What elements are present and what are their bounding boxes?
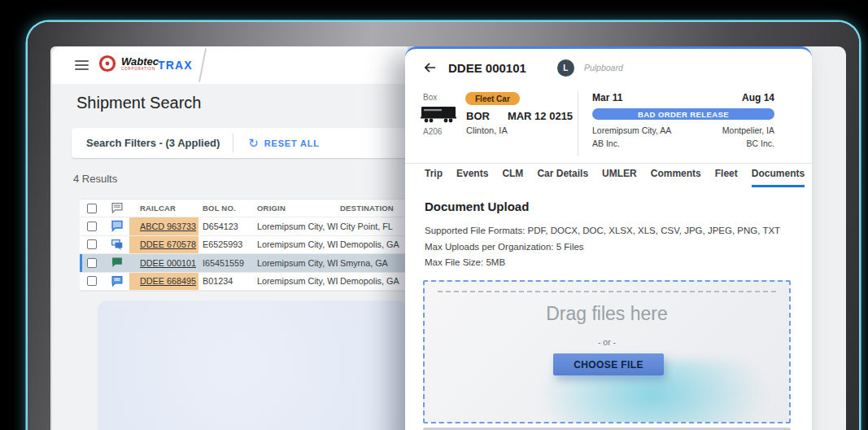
- bol-cell: D654123: [198, 222, 254, 231]
- row-checkbox[interactable]: [87, 258, 97, 268]
- tab-umler[interactable]: UMLER: [602, 168, 637, 187]
- avatar[interactable]: L: [557, 59, 574, 77]
- trip-status-bar: BAD ORDER RELEASE: [592, 108, 774, 120]
- search-filters-bar[interactable]: Search Filters - (3 Applied) ↻ RESET ALL: [72, 128, 408, 158]
- header-divider: [198, 48, 207, 82]
- dropzone-inner-dash: [438, 291, 776, 292]
- col-railcar: RAILCAR: [129, 200, 198, 217]
- car-id: A206: [423, 127, 442, 136]
- trip-end-date: Aug 14: [742, 92, 774, 103]
- chat-double-icon: [111, 239, 124, 251]
- status-code: BOR: [466, 110, 490, 122]
- upload-info-line: Supported File Formats: PDF, DOCX, DOC, …: [425, 223, 780, 239]
- bol-cell: I65451559: [198, 258, 254, 268]
- row-checkbox[interactable]: [87, 276, 97, 286]
- drag-files-label: Drag files here: [425, 303, 789, 325]
- row-checkbox[interactable]: [87, 222, 97, 231]
- brand-subtitle: CORPORATION: [121, 67, 159, 71]
- back-arrow-icon[interactable]: [423, 61, 437, 74]
- chat-lines-blue-icon: [111, 275, 124, 287]
- trip-start-date: Mar 11: [592, 92, 622, 103]
- origin-cell: Loremipsum City, WI: [254, 276, 337, 286]
- tab-documents[interactable]: Documents: [752, 168, 805, 187]
- railcar-link[interactable]: DDEE 000101: [140, 258, 196, 268]
- filter-label: Search Filters - (3 Applied): [86, 137, 220, 149]
- wabtec-logo-icon: [98, 54, 117, 73]
- table-row[interactable]: DDEE 668495B01234Loremipsum City, WIDemo…: [80, 273, 408, 292]
- wabtec-logo: Wabtec CORPORATION: [98, 54, 159, 73]
- boxcar-icon: [419, 104, 458, 124]
- app-header: Wabtec CORPORATION TRAX: [52, 46, 408, 84]
- upload-info: Supported File Formats: PDF, DOCX, DOC, …: [425, 223, 780, 271]
- page-title: Shipment Search: [76, 94, 201, 112]
- select-all-checkbox[interactable]: [87, 204, 97, 213]
- destination-cell: City Point, FL: [337, 222, 408, 231]
- upload-info-line: Max File Size: 5MB: [425, 255, 780, 271]
- railcar-link[interactable]: DDEE 668495: [140, 276, 196, 286]
- screen: Wabtec CORPORATION TRAX Shipment Search …: [50, 46, 846, 430]
- refresh-icon[interactable]: ↻: [248, 137, 259, 149]
- chat-filled-green-icon: [111, 257, 124, 269]
- detail-header: DDEE 000101 L Pulpboard: [405, 49, 812, 86]
- avatar-note: Pulpboard: [584, 63, 623, 72]
- tab-car-details[interactable]: Car Details: [537, 168, 588, 187]
- origin-cell: Loremipsum City, WI: [254, 222, 337, 231]
- row-comment-icon[interactable]: [104, 220, 129, 232]
- tab-comments[interactable]: Comments: [651, 168, 701, 187]
- table-row[interactable]: DDEE 670578E6525993Loremipsum City, WIDe…: [80, 236, 408, 255]
- bol-cell: B01234: [198, 276, 254, 286]
- col-origin: ORIGIN: [254, 204, 337, 213]
- destination-cell: Smyrna, GA: [337, 258, 408, 268]
- col-bol: BOL NO.: [198, 204, 254, 213]
- tab-clm[interactable]: CLM: [502, 168, 523, 187]
- stage: Wabtec CORPORATION TRAX Shipment Search …: [0, 0, 868, 430]
- status-time: MAR 12 0215: [508, 110, 573, 122]
- railcar-link[interactable]: DDEE 670578: [140, 239, 196, 249]
- tabs-divider: [405, 163, 812, 164]
- detail-title: DDEE 000101: [448, 61, 526, 75]
- or-label: - or -: [425, 337, 789, 347]
- choose-file-button[interactable]: CHOOSE FILE: [553, 353, 664, 375]
- brand-name: Wabtec: [121, 56, 159, 67]
- menu-icon[interactable]: [75, 60, 89, 72]
- table-row[interactable]: DDEE 000101I65451559Loremipsum City, WIS…: [80, 254, 408, 273]
- car-type-label: Box: [423, 93, 437, 102]
- destination-cell: Demopolis, GA: [337, 239, 408, 249]
- file-dropzone[interactable]: Drag files here - or - CHOOSE FILE: [423, 280, 791, 423]
- reset-all-button[interactable]: RESET ALL: [264, 138, 320, 148]
- row-comment-icon[interactable]: [104, 239, 129, 251]
- car-location: Clinton, IA: [466, 125, 508, 135]
- table-row[interactable]: ABCD 963733D654123Loremipsum City, WICit…: [80, 217, 408, 236]
- table-header-row: RAILCAR BOL NO. ORIGIN DESTINATION: [80, 200, 408, 217]
- product-name: TRAX: [158, 59, 193, 72]
- trip-dest-company: BC Inc.: [747, 138, 774, 148]
- results-table: RAILCAR BOL NO. ORIGIN DESTINATION ABCD …: [80, 199, 408, 292]
- trip-summary: Mar 11 Aug 14 BAD ORDER RELEASE Loremips…: [592, 92, 774, 150]
- origin-cell: Loremipsum City, WI: [254, 258, 337, 268]
- railcar-link[interactable]: ABCD 963733: [140, 222, 196, 231]
- detail-tabs: TripEventsCLMCar DetailsUMLERCommentsFle…: [425, 168, 805, 187]
- comment-column-icon: [104, 202, 129, 214]
- row-comment-icon[interactable]: [104, 275, 129, 287]
- row-comment-icon[interactable]: [104, 257, 129, 269]
- upload-info-line: Max Uploads per Organization: 5 Files: [425, 239, 780, 256]
- tab-trip[interactable]: Trip: [425, 168, 443, 187]
- trip-origin-city: Loremipsum City, AA: [592, 125, 671, 135]
- comment-outline-icon: [111, 202, 124, 214]
- col-destination: DESTINATION: [337, 204, 408, 213]
- map-placeholder-card: [98, 301, 408, 430]
- upload-heading: Document Upload: [425, 200, 529, 213]
- chat-outline-blue-icon: [111, 220, 124, 232]
- fleet-car-badge: Fleet Car: [465, 92, 520, 105]
- shipment-search-window: Wabtec CORPORATION TRAX Shipment Search …: [52, 46, 408, 430]
- car-detail-panel: DDEE 000101 L Pulpboard Box A206 Fleet C…: [405, 46, 812, 430]
- row-checkbox[interactable]: [87, 239, 97, 249]
- car-status-line: BORMAR 12 0215: [466, 110, 573, 122]
- trip-origin-company: AB Inc.: [592, 138, 620, 148]
- tab-events[interactable]: Events: [456, 168, 488, 187]
- origin-cell: Loremipsum City, WI: [254, 239, 337, 249]
- destination-cell: Demopolis, GA: [337, 276, 408, 286]
- filter-divider: [233, 134, 233, 152]
- tab-fleet[interactable]: Fleet: [715, 168, 738, 187]
- car-section-divider: [578, 91, 578, 156]
